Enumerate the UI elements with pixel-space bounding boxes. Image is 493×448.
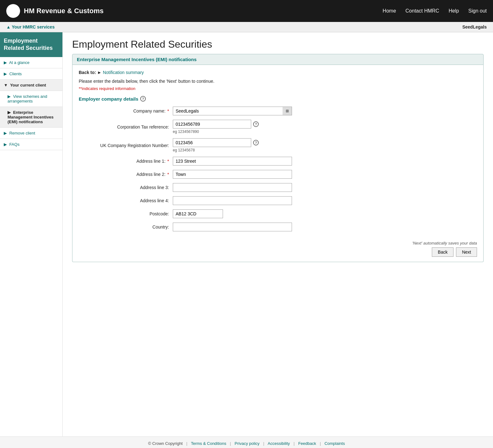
sidebar-item-at-a-glance[interactable]: ▶ At a glance (0, 57, 62, 68)
employer-help-icon[interactable]: ? (140, 96, 146, 102)
back-to-label: Back to: (79, 70, 96, 75)
address4-row: Address line 4: (79, 196, 477, 205)
company-lookup-icon[interactable]: ⊞ (283, 107, 292, 115)
address2-label: Address line 2: * (79, 172, 173, 177)
footer: © Crown Copyright | Terms & Conditions |… (0, 436, 493, 448)
company-name-input[interactable] (173, 107, 292, 115)
auto-save-note: 'Next' automatically saves your data (79, 241, 477, 245)
corp-tax-input-row: ? (173, 120, 259, 129)
sidebar-title: Employment Related Securities (0, 32, 62, 57)
nav-contact[interactable]: Contact HMRC (406, 8, 439, 14)
header-logo: ♔ HM Revenue & Customs (6, 4, 383, 18)
arrow-icon: ▼ (4, 83, 8, 87)
back-to: Back to: ► Notification summary (79, 70, 477, 75)
footer-accessibility[interactable]: Accessibility (268, 441, 290, 446)
footer-privacy[interactable]: Privacy policy (235, 441, 259, 446)
sidebar-item-clients[interactable]: ▶ Clients (0, 68, 62, 80)
user-name: SeedLegals (462, 24, 487, 29)
footer-terms[interactable]: Terms & Conditions (191, 441, 226, 446)
address1-row: Address line 1: * (79, 157, 477, 166)
main-layout: Employment Related Securities ▶ At a gla… (0, 32, 493, 436)
corp-tax-group: ? eg 1234567890 (173, 120, 259, 134)
company-name-input-wrapper: ⊞ (173, 107, 292, 115)
arrow-icon: ▶ (4, 142, 7, 147)
address2-row: Address line 2: * (79, 170, 477, 179)
uk-reg-input-row: ? (173, 138, 259, 147)
postcode-row: Postcode: (79, 209, 477, 218)
header-nav: Home Contact HMRC Help Sign out (383, 8, 487, 14)
sidebar-item-current-client[interactable]: ▼ Your current client (0, 80, 62, 91)
footer-feedback[interactable]: Feedback (298, 441, 316, 446)
back-button[interactable]: Back (432, 247, 453, 257)
nav-home[interactable]: Home (383, 8, 396, 14)
instructions: Please enter the details below, then cli… (79, 79, 477, 84)
arrow-icon: ▶ (4, 60, 7, 65)
arrow-icon: ▶ (4, 131, 7, 135)
uk-reg-label: UK Company Registration Number: (79, 143, 173, 148)
uk-reg-hint: eg 12345678 (173, 148, 259, 152)
service-bar: ▲ Your HMRC services SeedLegals (0, 22, 493, 32)
sidebar: Employment Related Securities ▶ At a gla… (0, 32, 63, 436)
address3-row: Address line 3: (79, 183, 477, 192)
header: ♔ HM Revenue & Customs Home Contact HMRC… (0, 0, 493, 22)
uk-reg-row: UK Company Registration Number: ? eg 123… (79, 138, 477, 152)
employer-section-label: Employer company details ? (79, 96, 477, 102)
sidebar-item-view-schemes[interactable]: ▶ View schemes and arrangements (0, 91, 62, 107)
uk-reg-input[interactable] (173, 138, 251, 147)
required-note: **indicates required information (79, 86, 477, 91)
corp-tax-row: Corporation Tax reference: ? eg 12345678… (79, 120, 477, 134)
address3-label: Address line 3: (79, 185, 173, 190)
address4-input[interactable] (173, 196, 292, 205)
country-input[interactable] (173, 223, 292, 231)
arrow-icon: ▶ (8, 110, 11, 115)
postcode-input[interactable] (173, 209, 223, 218)
page-title: Employment Related Securities (72, 39, 484, 50)
nav-help[interactable]: Help (448, 8, 459, 14)
button-row: Back Next (79, 247, 477, 257)
footer-complaints[interactable]: Complaints (325, 441, 345, 446)
form-container: Back to: ► Notification summary Please e… (72, 65, 484, 262)
company-name-label: Company name: * (79, 108, 173, 113)
arrow-icon: ▶ (4, 71, 7, 76)
nav-signout[interactable]: Sign out (468, 8, 487, 14)
address3-input[interactable] (173, 183, 292, 192)
corp-tax-hint: eg 1234567890 (173, 129, 259, 134)
main-content: Employment Related Securities Enterprise… (63, 32, 493, 436)
address2-input[interactable] (173, 170, 292, 179)
sidebar-item-emi-notifications[interactable]: ▶ Enterprise Management Incentives (EMI)… (0, 107, 62, 128)
address1-input[interactable] (173, 157, 292, 166)
org-name: HM Revenue & Customs (24, 7, 103, 15)
copyright: © Crown Copyright (148, 441, 183, 446)
address1-label: Address line 1: * (79, 159, 173, 164)
uk-reg-group: ? eg 12345678 (173, 138, 259, 152)
corp-tax-label: Corporation Tax reference: (79, 124, 173, 129)
arrow-icon: ▶ (8, 94, 11, 99)
sidebar-item-remove-client[interactable]: ▶ Remove client (0, 128, 62, 139)
next-button[interactable]: Next (456, 247, 477, 257)
company-name-row: Company name: * ⊞ (79, 107, 477, 115)
sidebar-item-faqs[interactable]: ▶ FAQs (0, 139, 62, 150)
your-services-link[interactable]: ▲ Your HMRC services (6, 24, 55, 29)
corp-tax-help-icon[interactable]: ? (253, 121, 259, 127)
crown-logo: ♔ (6, 4, 20, 18)
section-header: Enterprise Management Incentives (EMI) n… (72, 54, 484, 65)
address4-label: Address line 4: (79, 198, 173, 203)
uk-reg-help-icon[interactable]: ? (253, 140, 259, 145)
country-row: Country: (79, 223, 477, 231)
country-label: Country: (79, 224, 173, 229)
corp-tax-input[interactable] (173, 120, 251, 129)
back-to-link[interactable]: Notification summary (103, 70, 144, 75)
postcode-label: Postcode: (79, 211, 173, 216)
